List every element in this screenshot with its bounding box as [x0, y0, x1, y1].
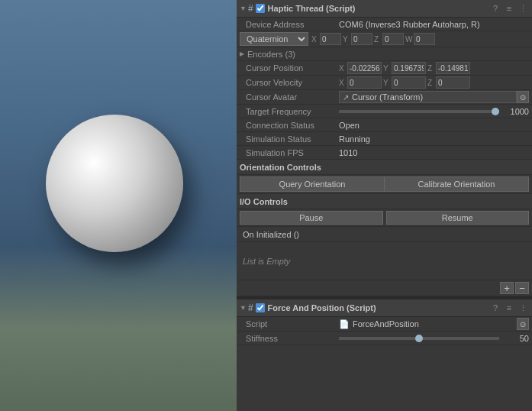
cursor-velocity-fields: X Y Z: [339, 76, 529, 89]
inspector-content: ▼ # Haptic Thread (Script) ? ≡ ⋮ Device …: [237, 0, 532, 345]
w-group: W: [405, 33, 435, 45]
cursor-avatar-name: Cursor (Transform): [352, 92, 513, 102]
stiffness-value: 50: [502, 334, 529, 343]
io-buttons-row: Pause Resume: [237, 209, 532, 227]
io-controls-header: I/O Controls: [237, 194, 532, 209]
on-initialized-row: On Initialized (): [237, 227, 532, 242]
orientation-controls-label: Orientation Controls: [240, 163, 321, 172]
cursor-pos-x-input[interactable]: [347, 62, 382, 74]
cv-z-label: Z: [427, 79, 435, 87]
pause-button[interactable]: Pause: [240, 211, 383, 225]
inspector-panel: ▼ # Haptic Thread (Script) ? ≡ ⋮ Device …: [237, 0, 532, 411]
cv-x-group: X: [339, 76, 382, 89]
cv-y-group: Y: [383, 76, 426, 89]
cv-x-label: X: [339, 79, 347, 87]
stiffness-slider[interactable]: [339, 337, 499, 340]
force-overflow-button[interactable]: ⋮: [517, 302, 529, 314]
device-address-label: Device Address: [240, 20, 339, 29]
query-orientation-button[interactable]: Query Orientation: [240, 176, 384, 192]
quaternion-fields: X Y Z W: [311, 33, 529, 45]
resume-button[interactable]: Resume: [386, 211, 530, 225]
sphere-mesh: [46, 115, 183, 252]
orientation-buttons-row: Query Orientation Calibrate Orientation: [237, 175, 532, 194]
force-collapse-triangle-icon[interactable]: ▼: [240, 304, 247, 312]
cursor-pos-z-input[interactable]: [436, 62, 470, 74]
cp-z-label: Z: [427, 64, 435, 73]
target-frequency-slider-container: 1000: [339, 107, 529, 116]
force-help-button[interactable]: ?: [489, 302, 501, 314]
script-field-value-container: 📄 ForceAndPosition ⊙: [339, 318, 529, 330]
connection-status-label: Connection Status: [240, 121, 339, 130]
cv-z-group: Z: [427, 76, 470, 89]
calibrate-orientation-button[interactable]: Calibrate Orientation: [384, 176, 529, 192]
connection-status-value: Open: [339, 121, 529, 130]
cursor-velocity-row: Cursor Velocity X Y Z: [237, 76, 532, 90]
cursor-vel-z-input[interactable]: [436, 76, 470, 89]
script-browse-button[interactable]: ⊙: [517, 318, 529, 330]
quaternion-w-input[interactable]: [414, 33, 435, 45]
encoders-row[interactable]: ▶ Encoders (3): [237, 47, 532, 61]
add-button[interactable]: +: [500, 282, 514, 294]
settings-button[interactable]: ≡: [503, 2, 515, 15]
script-field-label: Script: [240, 319, 339, 328]
force-script-enable-checkbox[interactable]: [256, 303, 265, 312]
haptic-script-title: Haptic Thread (Script): [268, 4, 489, 13]
force-script-header[interactable]: ▼ # Force And Position (Script) ? ≡ ⋮: [237, 299, 532, 317]
haptic-script-enable-checkbox[interactable]: [256, 4, 265, 13]
cp-y-label: Y: [383, 64, 391, 73]
cursor-pos-y-input[interactable]: [392, 62, 426, 74]
cp-x-group: X: [339, 62, 382, 74]
quaternion-dropdown[interactable]: Quaternion Euler: [240, 32, 308, 46]
force-script-title: Force And Position (Script): [268, 303, 489, 312]
cursor-velocity-label: Cursor Velocity: [240, 78, 339, 87]
force-settings-button[interactable]: ≡: [503, 302, 515, 314]
z-group: Z: [374, 33, 404, 45]
connection-status-row: Connection Status Open: [237, 118, 532, 132]
remove-button[interactable]: −: [515, 282, 529, 294]
script-field-value: ForceAndPosition: [353, 319, 514, 328]
device-address-row: Device Address COM6 (Inverse3 Rubber Aut…: [237, 18, 532, 31]
quaternion-row: Quaternion Euler X Y Z W: [237, 31, 532, 47]
quaternion-x-input[interactable]: [320, 33, 341, 45]
cursor-vel-y-input[interactable]: [392, 76, 426, 89]
y-group: Y: [343, 33, 372, 45]
x-label: X: [311, 35, 319, 44]
avatar-browse-button[interactable]: ⊙: [517, 91, 529, 103]
cursor-avatar-value-container: ↗ Cursor (Transform): [339, 91, 517, 103]
cursor-position-label: Cursor Position: [240, 63, 339, 73]
on-initialized-label: On Initialized (): [243, 230, 299, 239]
io-controls-label: I/O Controls: [240, 197, 288, 206]
collapse-triangle-icon[interactable]: ▼: [240, 5, 247, 12]
target-frequency-value: 1000: [502, 107, 529, 116]
quaternion-z-input[interactable]: [382, 33, 404, 45]
stiffness-label: Stiffness: [240, 334, 339, 343]
device-address-value: COM6 (Inverse3 Rubber Autoharp, R): [339, 20, 529, 29]
simulation-status-row: Simulation Status Running: [237, 132, 532, 146]
target-frequency-label: Target Frequency: [240, 107, 339, 116]
quaternion-y-input[interactable]: [351, 33, 372, 45]
stiffness-row: Stiffness 50: [237, 332, 532, 345]
z-label: Z: [374, 35, 382, 44]
force-script-header-buttons: ? ≡ ⋮: [489, 302, 529, 314]
cp-z-group: Z: [427, 62, 470, 74]
target-frequency-slider[interactable]: [339, 110, 499, 113]
simulation-status-label: Simulation Status: [240, 134, 339, 144]
simulation-fps-label: Simulation FPS: [240, 148, 339, 157]
help-button[interactable]: ?: [489, 2, 501, 15]
list-empty-label: List is Empty: [243, 257, 290, 266]
sphere-container: [46, 115, 183, 252]
simulation-fps-row: Simulation FPS 1010: [237, 146, 532, 160]
w-label: W: [405, 35, 413, 44]
cursor-position-row: Cursor Position X Y Z: [237, 61, 532, 76]
add-remove-row: + −: [237, 280, 532, 296]
haptic-script-header[interactable]: ▼ # Haptic Thread (Script) ? ≡ ⋮: [237, 0, 532, 18]
stiffness-slider-container: 50: [339, 334, 529, 343]
scene-view: [0, 0, 237, 411]
x-group: X: [311, 33, 341, 45]
force-script-icon: #: [248, 303, 253, 313]
overflow-button[interactable]: ⋮: [517, 2, 529, 15]
orientation-controls-header: Orientation Controls: [237, 160, 532, 175]
cursor-vel-x-input[interactable]: [347, 76, 382, 89]
target-frequency-row: Target Frequency 1000: [237, 105, 532, 118]
y-label: Y: [343, 35, 350, 44]
